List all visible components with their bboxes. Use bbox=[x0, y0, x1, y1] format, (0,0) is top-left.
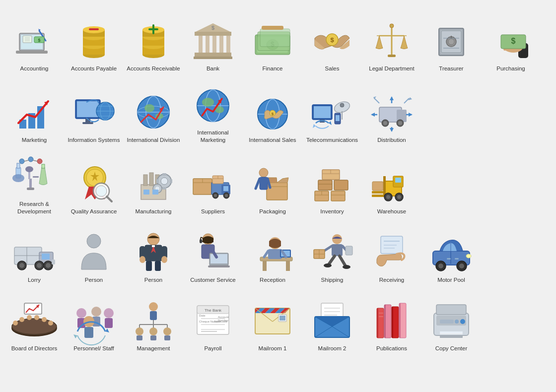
svg-point-278 bbox=[76, 308, 86, 318]
svg-point-340 bbox=[460, 319, 465, 324]
svg-line-124 bbox=[374, 98, 379, 103]
icon-label-mailroom1: Mailroom 1 bbox=[259, 345, 287, 352]
svg-rect-212 bbox=[52, 260, 55, 264]
icon-item-receiving[interactable]: Receiving bbox=[362, 222, 421, 287]
svg-point-299 bbox=[163, 327, 171, 335]
svg-point-86 bbox=[144, 104, 154, 112]
icon-item-distribution[interactable]: Distribution bbox=[362, 79, 421, 147]
icon-item-telecommunications[interactable]: Telecommunications bbox=[303, 79, 361, 147]
icon-item-lorry[interactable]: Lorry bbox=[5, 222, 64, 287]
svg-line-126 bbox=[404, 98, 409, 103]
svg-point-264 bbox=[466, 254, 471, 258]
svg-rect-232 bbox=[200, 239, 202, 243]
icon-item-accounts-receivable[interactable]: Accounts Receivable bbox=[124, 11, 183, 75]
svg-line-140 bbox=[24, 160, 28, 161]
svg-rect-326 bbox=[377, 308, 378, 338]
svg-marker-286 bbox=[105, 328, 109, 332]
svg-point-275 bbox=[48, 321, 53, 326]
icon-item-payroll[interactable]: The Bank Date Cheque Number Sort Code Ac… bbox=[184, 291, 242, 355]
icon-item-marketing[interactable]: Marketing bbox=[5, 79, 64, 147]
icon-item-international-marketing[interactable]: International Marketing bbox=[184, 79, 242, 147]
icon-item-management[interactable]: Management bbox=[124, 291, 183, 355]
icon-suppliers bbox=[188, 161, 238, 206]
svg-rect-135 bbox=[17, 163, 20, 168]
icon-label-information-systems: Information Systems bbox=[68, 136, 120, 144]
svg-point-215 bbox=[87, 234, 101, 248]
icon-item-personnel-staff[interactable]: Personnel/ Staff bbox=[65, 291, 123, 355]
icon-item-inventory[interactable]: Inventory bbox=[303, 151, 361, 218]
icon-item-warehouse[interactable]: Warehouse bbox=[362, 151, 421, 218]
icon-item-quality-assurance[interactable]: Quality Assurance bbox=[65, 151, 123, 218]
icon-item-motor-pool[interactable]: Motor Pool bbox=[422, 222, 481, 287]
icon-item-person1[interactable]: Person bbox=[65, 222, 123, 287]
icon-item-manufacturing[interactable]: Manufacturing bbox=[124, 151, 183, 218]
icon-item-mailroom1[interactable]: Mailroom 1 bbox=[243, 291, 302, 355]
icon-item-finance[interactable]: $ Finance bbox=[243, 11, 302, 75]
icon-item-international-division[interactable]: International Division bbox=[124, 79, 183, 147]
icon-item-person2[interactable]: Person bbox=[124, 222, 183, 287]
icon-label-research-development: Research & Development bbox=[7, 200, 62, 215]
icon-motor-pool bbox=[426, 230, 476, 274]
icon-item-reception[interactable]: Reception bbox=[243, 222, 302, 287]
icon-item-board-of-directors[interactable]: Board of Directors bbox=[5, 291, 64, 355]
icon-payroll: The Bank Date Cheque Number Sort Code Ac… bbox=[188, 298, 238, 343]
icon-item-suppliers[interactable]: Suppliers bbox=[184, 151, 242, 218]
svg-rect-343 bbox=[440, 335, 463, 338]
icon-label-customer-service: Customer Service bbox=[190, 276, 235, 284]
icon-item-mailroom2[interactable]: Mailroom 2 bbox=[303, 291, 361, 355]
svg-rect-30 bbox=[195, 53, 231, 57]
icon-item-bank[interactable]: $ Bank bbox=[184, 11, 242, 75]
icon-item-copy-center[interactable]: Copy Center bbox=[422, 291, 481, 355]
icon-item-accounts-payable[interactable]: Accounts Payable bbox=[65, 11, 123, 75]
icon-item-accounting[interactable]: $ Accounting bbox=[5, 11, 64, 75]
icon-reception bbox=[248, 230, 297, 274]
svg-rect-243 bbox=[332, 244, 343, 256]
svg-rect-339 bbox=[440, 333, 463, 334]
svg-rect-225 bbox=[155, 261, 161, 271]
icon-item-purchasing[interactable]: $ Purchasing bbox=[482, 11, 540, 75]
icon-label-sales: Sales bbox=[325, 65, 340, 72]
svg-rect-149 bbox=[143, 175, 147, 186]
icon-management bbox=[129, 298, 178, 343]
icon-item-customer-service[interactable]: Customer Service bbox=[184, 222, 242, 287]
icon-item-packaging[interactable]: Packaging bbox=[243, 151, 302, 218]
icon-label-international-marketing: International Marketing bbox=[186, 129, 240, 144]
svg-rect-186 bbox=[318, 180, 332, 190]
svg-point-153 bbox=[161, 178, 168, 185]
svg-rect-76 bbox=[82, 122, 93, 124]
svg-line-141 bbox=[33, 160, 37, 161]
svg-rect-294 bbox=[137, 335, 142, 340]
icon-label-person1: Person bbox=[85, 276, 103, 284]
icon-item-shipping[interactable]: Shipping bbox=[303, 222, 361, 287]
svg-line-179 bbox=[256, 179, 260, 189]
icon-copy-center bbox=[426, 298, 476, 343]
icon-label-telecommunications: Telecommunications bbox=[306, 136, 358, 144]
svg-rect-330 bbox=[384, 305, 386, 338]
icon-sales: $ bbox=[307, 18, 357, 63]
svg-rect-237 bbox=[268, 249, 282, 259]
icon-information-systems bbox=[69, 90, 119, 134]
svg-rect-107 bbox=[336, 115, 340, 121]
icon-bank: $ bbox=[188, 18, 238, 63]
icon-accounts-receivable bbox=[129, 18, 178, 63]
icon-item-sales[interactable]: $ Sales bbox=[303, 11, 361, 75]
icon-item-research-development[interactable]: Research & Development bbox=[5, 151, 64, 218]
icon-personnel bbox=[69, 298, 119, 343]
icon-item-legal-department[interactable]: Legal Department bbox=[362, 11, 421, 75]
svg-point-139 bbox=[37, 159, 42, 164]
icon-label-person2: Person bbox=[144, 276, 162, 284]
icon-person-man bbox=[129, 230, 178, 274]
svg-text:Number: Number bbox=[218, 319, 228, 322]
svg-marker-119 bbox=[371, 113, 375, 117]
icon-item-international-sales[interactable]: $ International Sales bbox=[243, 79, 302, 147]
icon-accounting: $ bbox=[9, 18, 59, 63]
svg-rect-332 bbox=[392, 307, 393, 338]
icon-label-lorry: Lorry bbox=[28, 276, 41, 284]
icon-item-publications[interactable]: Publications bbox=[362, 291, 421, 355]
svg-rect-229 bbox=[210, 254, 227, 263]
icon-item-information-systems[interactable]: Information Systems bbox=[65, 79, 123, 147]
icon-publications bbox=[367, 298, 417, 343]
icon-item-treasurer[interactable]: Treasurer bbox=[422, 11, 481, 75]
svg-point-288 bbox=[149, 302, 158, 311]
icon-label-packaging: Packaging bbox=[259, 208, 286, 215]
